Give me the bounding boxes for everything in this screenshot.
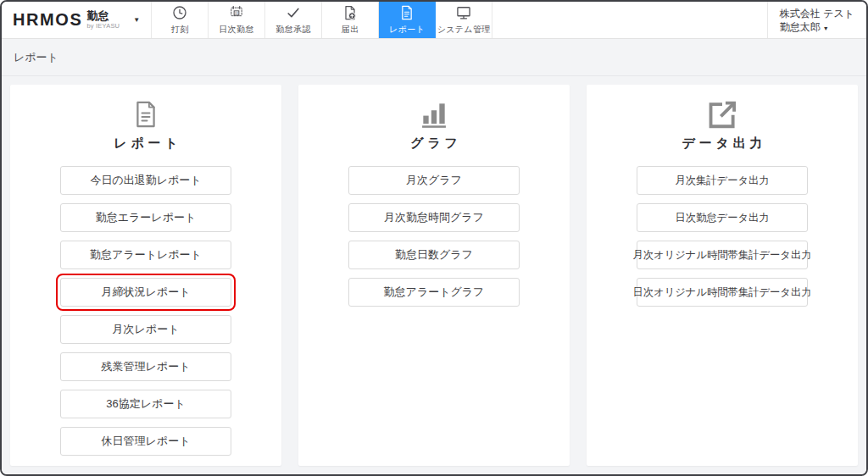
button-list: 月次集計データ出力 日次勤怠データ出力 月次オリジナル時間帯集計データ出力 日次… — [587, 166, 858, 307]
attendance-alert-report-button[interactable]: 勤怠アラートレポート — [60, 241, 231, 269]
report-document-icon — [10, 97, 281, 131]
daily-attendance-data-export-button[interactable]: 日次勤怠データ出力 — [637, 203, 808, 232]
article36-agreement-report-button[interactable]: 36協定レポート — [60, 390, 231, 418]
monthly-report-button[interactable]: 月次レポート — [60, 315, 231, 344]
product-name: 勤怠 — [86, 10, 120, 21]
export-icon — [587, 97, 858, 131]
brand-menu[interactable]: HRMOS 勤怠 by IEYASU ▼ — [2, 2, 152, 38]
user-name: 勤怠太郎 — [780, 21, 821, 33]
hrmos-logo: HRMOS — [13, 10, 82, 30]
top-navbar: HRMOS 勤怠 by IEYASU ▼ 打刻 — [2, 2, 866, 39]
user-name-row: 勤怠太郎▼ — [780, 20, 854, 36]
overtime-management-report-button[interactable]: 残業管理レポート — [60, 352, 231, 381]
caret-down-icon: ▼ — [823, 25, 829, 31]
panel-title: レポート — [10, 136, 281, 153]
monthly-aggregate-data-export-button[interactable]: 月次集計データ出力 — [637, 166, 808, 195]
tab-system-admin[interactable]: システム管理 — [436, 2, 492, 38]
tab-attendance-approval[interactable]: 勤怠承認 — [265, 2, 322, 38]
daily-original-timeband-aggregate-data-export-button[interactable]: 日次オリジナル時間帯集計データ出力 — [637, 278, 808, 307]
clock-icon — [171, 4, 188, 21]
button-list: 月次グラフ 月次勤怠時間グラフ 勤怠日数グラフ 勤怠アラートグラフ — [298, 166, 570, 307]
nav-spacer — [492, 2, 767, 38]
attendance-alert-graph-button[interactable]: 勤怠アラートグラフ — [348, 278, 520, 307]
main-nav: 打刻 31 日次勤怠 — [152, 2, 492, 38]
tab-submission[interactable]: 届出 — [322, 2, 379, 38]
calendar-icon: 31 — [228, 4, 245, 21]
panel-title: データ出力 — [587, 136, 858, 153]
bar-chart-icon — [298, 97, 570, 131]
attendance-days-graph-button[interactable]: 勤怠日数グラフ — [348, 241, 520, 269]
monthly-graph-button[interactable]: 月次グラフ — [348, 166, 520, 195]
app-window: HRMOS 勤怠 by IEYASU ▼ 打刻 — [0, 0, 868, 476]
attendance-error-report-button[interactable]: 勤怠エラーレポート — [60, 203, 231, 232]
tab-time-clock[interactable]: 打刻 — [152, 2, 209, 38]
main-content: レポート 今日の出退勤レポート 勤怠エラーレポート 勤怠アラートレポート 月締状… — [2, 76, 866, 474]
byline: by IEYASU — [86, 23, 120, 30]
today-attendance-report-button[interactable]: 今日の出退勤レポート — [60, 166, 231, 195]
account-menu[interactable]: 株式会社 テスト 勤怠太郎▼ — [767, 2, 866, 38]
tab-report[interactable]: レポート — [379, 2, 436, 38]
check-icon — [285, 4, 302, 21]
company-name: 株式会社 テスト — [780, 7, 854, 20]
panel-graphs: グラフ 月次グラフ 月次勤怠時間グラフ 勤怠日数グラフ 勤怠アラートグラフ — [298, 85, 570, 466]
monthly-closing-status-report-button[interactable]: 月締状況レポート — [60, 278, 231, 307]
product-name-block: 勤怠 by IEYASU — [86, 10, 120, 30]
panel-data-export: データ出力 月次集計データ出力 日次勤怠データ出力 月次オリジナル時間帯集計デー… — [587, 85, 858, 466]
monthly-original-timeband-aggregate-data-export-button[interactable]: 月次オリジナル時間帯集計データ出力 — [637, 241, 808, 269]
monitor-icon — [455, 4, 472, 21]
submit-document-icon — [342, 4, 359, 21]
monthly-working-hours-graph-button[interactable]: 月次勤怠時間グラフ — [348, 203, 520, 232]
report-document-icon — [398, 4, 415, 21]
panel-reports: レポート 今日の出退勤レポート 勤怠エラーレポート 勤怠アラートレポート 月締状… — [10, 85, 281, 466]
panel-title: グラフ — [298, 136, 570, 153]
svg-text:31: 31 — [235, 11, 239, 15]
caret-down-icon: ▼ — [133, 16, 140, 24]
button-list: 今日の出退勤レポート 勤怠エラーレポート 勤怠アラートレポート 月締状況レポート… — [10, 166, 281, 456]
holiday-management-report-button[interactable]: 休日管理レポート — [60, 427, 231, 456]
tab-daily-attendance[interactable]: 31 日次勤怠 — [209, 2, 265, 38]
page-title: レポート — [14, 50, 58, 65]
page-title-bar: レポート — [2, 39, 866, 76]
